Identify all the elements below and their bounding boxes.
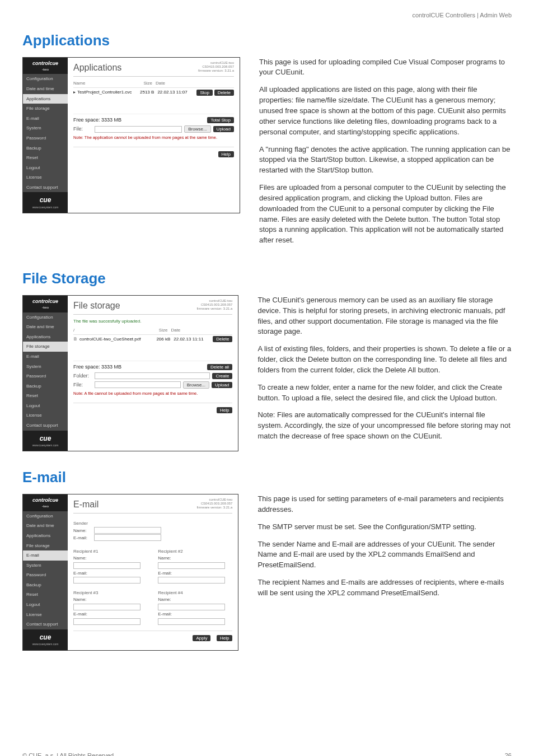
browse-button[interactable]: Browse...: [184, 125, 210, 133]
browse-button[interactable]: Browse...: [183, 381, 209, 389]
total-stop-button[interactable]: Total Stop: [207, 117, 234, 123]
email-para4: The recipient Names and E-mails are addr…: [257, 577, 512, 599]
sidebar-item-system[interactable]: System: [23, 561, 68, 571]
sidebar-item-email[interactable]: E-mail: [23, 550, 68, 561]
sidebar-item-password[interactable]: Password: [23, 371, 68, 381]
table-row: controlCUE-two_CueSheet.pdf 206 kB 22.02…: [73, 335, 232, 344]
help-button[interactable]: Help: [217, 635, 232, 641]
sidebar-item-system[interactable]: System: [23, 362, 68, 372]
sender-email-input[interactable]: [94, 534, 161, 541]
sidebar-item-reset[interactable]: Reset: [23, 590, 68, 600]
sidebar-item-email[interactable]: E-mail: [23, 114, 68, 124]
sidebar-item-configuration[interactable]: Configuration: [23, 312, 68, 323]
panel-meta: controlCUE-two CS0415.003.208.057 firmwa…: [198, 61, 234, 73]
fs-file-size: 206 kB: [148, 336, 174, 343]
sender-email-label: E-mail:: [73, 535, 92, 542]
file-path-input[interactable]: [95, 126, 182, 133]
sidebar-item-applications[interactable]: Applications: [23, 94, 68, 104]
recipient4-label: Recipient #4: [158, 590, 232, 596]
sidebar-item-logout[interactable]: Logout: [23, 163, 68, 173]
sidebar-item-filestorage[interactable]: File storage: [23, 104, 68, 114]
r2-email-label: E-mail:: [158, 570, 177, 577]
delete-button[interactable]: Delete: [214, 90, 234, 96]
sidebar-item-contact[interactable]: Contact support: [23, 421, 68, 431]
sidebar-item-filestorage[interactable]: File storage: [23, 342, 68, 352]
upload-button[interactable]: Upload: [212, 382, 232, 388]
sidebar-item-applications[interactable]: Applications: [23, 531, 68, 541]
applications-heading: Applications: [22, 30, 512, 52]
upload-button[interactable]: Upload: [213, 126, 234, 132]
sidebar-item-backup[interactable]: Backup: [23, 381, 68, 391]
sidebar-footer-logo: cuewww.cuesystem.com: [23, 431, 68, 451]
panel-title: E-mail: [73, 498, 99, 511]
sidebar-item-backup[interactable]: Backup: [23, 143, 68, 153]
filestorage-para1: The CUEunit's generous memory can be use…: [257, 295, 512, 337]
filestorage-para3: To create a new folder, enter a name for…: [257, 382, 512, 404]
sidebar-item-datetime[interactable]: Date and time: [23, 521, 68, 531]
sidebar-item-reset[interactable]: Reset: [23, 391, 68, 401]
email-heading: E-mail: [22, 467, 512, 488]
sender-name-input[interactable]: [94, 527, 161, 534]
file-label: File:: [73, 125, 92, 133]
footer-copyright: © CUE, a.s. | All Rights Reserved.: [22, 752, 115, 757]
sidebar-item-license[interactable]: License: [23, 410, 68, 421]
sidebar-item-logout[interactable]: Logout: [23, 401, 68, 411]
sidebar-item-email[interactable]: E-mail: [23, 352, 68, 362]
sidebar: controlcue-two Configuration Date and ti…: [23, 296, 68, 451]
free-space-label: Free space: 3333 MB: [73, 116, 121, 124]
filestorage-panel: controlcue-two Configuration Date and ti…: [22, 295, 238, 452]
delete-button[interactable]: Delete: [213, 336, 232, 342]
r2-name-input[interactable]: [158, 562, 225, 569]
filestorage-para4: Note: Files are automatically compressed…: [257, 410, 512, 442]
sidebar-item-password[interactable]: Password: [23, 570, 68, 580]
r3-name-input[interactable]: [73, 604, 140, 610]
r3-email-input[interactable]: [73, 618, 140, 625]
sidebar-item-configuration[interactable]: Configuration: [23, 74, 68, 84]
app-file-size: 2513 B: [132, 89, 157, 96]
sender-section-label: Sender: [73, 520, 232, 527]
r4-email-input[interactable]: [158, 618, 225, 625]
sidebar-item-logout[interactable]: Logout: [23, 600, 68, 610]
sidebar-item-backup[interactable]: Backup: [23, 580, 68, 590]
table-header: Name Size Date: [73, 80, 234, 88]
sidebar-item-reset[interactable]: Reset: [23, 153, 68, 163]
applications-para3: A "running flag" denotes the active appl…: [259, 144, 512, 176]
stop-button[interactable]: Stop: [196, 90, 212, 96]
fs-file-name[interactable]: controlCUE-two_CueSheet.pdf: [73, 336, 148, 343]
sidebar: controlcue-two Configuration Date and ti…: [23, 494, 68, 650]
help-button[interactable]: Help: [217, 407, 232, 413]
sidebar-item-filestorage[interactable]: File storage: [23, 541, 68, 551]
sidebar-item-license[interactable]: License: [23, 610, 68, 620]
create-button[interactable]: Create: [212, 373, 232, 379]
applications-para1: This page is used for uploading compiled…: [259, 57, 512, 78]
panel-meta: controlCUE-two CS0415.003.208.057 firmwa…: [196, 299, 232, 311]
sidebar-item-applications[interactable]: Applications: [23, 332, 68, 342]
r1-name-label: Name:: [73, 555, 92, 562]
breadcrumb: controlCUE Controllers | Admin Web: [22, 11, 512, 20]
sidebar-item-password[interactable]: Password: [23, 133, 68, 143]
folder-name-input[interactable]: [95, 372, 210, 379]
file-path-input[interactable]: [95, 381, 181, 388]
r2-email-input[interactable]: [158, 577, 225, 584]
help-button[interactable]: Help: [218, 151, 234, 157]
sidebar-item-license[interactable]: License: [23, 172, 68, 183]
folder-label: Folder:: [73, 372, 92, 380]
sidebar-item-system[interactable]: System: [23, 123, 68, 133]
brand-logo: controlcue-two: [23, 58, 68, 74]
sidebar-item-contact[interactable]: Contact support: [23, 619, 68, 629]
apply-button[interactable]: Apply: [193, 635, 210, 641]
r4-name-input[interactable]: [158, 604, 225, 610]
panel-meta: controlCUE-two CS0415.003.208.057 firmwa…: [196, 498, 232, 510]
email-panel: controlcue-two Configuration Date and ti…: [22, 494, 238, 651]
sidebar-item-contact[interactable]: Contact support: [23, 183, 68, 193]
r1-email-input[interactable]: [73, 577, 140, 584]
r1-name-input[interactable]: [73, 562, 140, 569]
sidebar-item-configuration[interactable]: Configuration: [23, 511, 68, 521]
app-file-name[interactable]: TestProject_Controller1.cvc: [77, 89, 132, 96]
sidebar-item-datetime[interactable]: Date and time: [23, 322, 68, 332]
r4-email-label: E-mail:: [158, 611, 177, 618]
panel-title: Applications: [73, 61, 121, 74]
delete-all-button[interactable]: Delete all: [207, 364, 232, 370]
sidebar-footer-logo: cuewww.cuesystem.com: [23, 192, 68, 213]
sidebar-item-datetime[interactable]: Date and time: [23, 84, 68, 94]
